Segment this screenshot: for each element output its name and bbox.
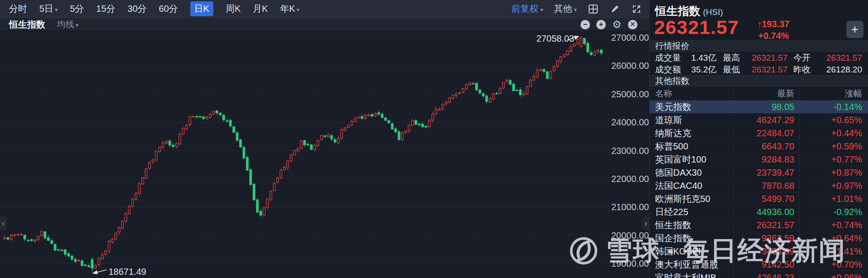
candle-body — [368, 115, 370, 116]
price-change-pct: +0.74% — [758, 31, 789, 41]
ma-overlay-dropdown[interactable]: 均线▾ — [57, 19, 79, 30]
candle-body — [246, 158, 249, 170]
period-tab-日K[interactable]: 日K — [190, 1, 213, 16]
collapse-left-handle[interactable]: ‹ — [0, 216, 7, 230]
adjust-dropdown[interactable]: 前复权▾ — [511, 3, 543, 15]
candle-body — [104, 251, 107, 254]
candle-body — [405, 131, 407, 133]
index-row-标普500[interactable]: 标普5006643.70+0.59% — [650, 140, 868, 153]
candle-body — [189, 117, 191, 125]
index-name: 澳大利亚普通股 — [655, 258, 718, 271]
index-row-富时意大利MIB[interactable]: 富时意大利MIB42646.23+0.96% — [650, 271, 868, 278]
candle-body — [243, 148, 245, 158]
candle-body — [155, 151, 157, 160]
candle-body — [64, 249, 66, 254]
candle-body — [256, 200, 259, 212]
period-tab-15分[interactable]: 15分 — [96, 3, 115, 15]
candle-body — [330, 135, 333, 139]
index-last: 98.05 — [772, 101, 794, 114]
index-row-欧洲斯托克50[interactable]: 欧洲斯托克505499.70+1.01% — [650, 192, 868, 206]
candle-body — [513, 84, 515, 91]
period-tab-周K[interactable]: 周K — [226, 3, 241, 15]
index-row-纳斯达克[interactable]: 纳斯达克22484.07+0.44% — [650, 127, 868, 140]
index-row-美元指数[interactable]: 美元指数98.05-0.14% — [650, 101, 868, 114]
period-tab-5日[interactable]: 5日▾ — [39, 3, 58, 15]
zoom-in-icon[interactable]: + — [596, 20, 606, 29]
candlestick-chart[interactable]: 27000.0026000.0025000.0024000.0023000.00… — [0, 30, 649, 278]
app-window: 分时5日▾5分15分30分60分日K周K月K年K▾ 前复权▾ 其他▾ 恒生指数 … — [0, 0, 868, 278]
index-row-法国CAC40[interactable]: 法国CAC407870.68+0.97% — [650, 179, 868, 192]
candle-body — [108, 241, 110, 252]
candle-body — [85, 265, 87, 266]
index-change: +0.97% — [831, 179, 862, 192]
candle-body — [428, 120, 430, 127]
index-name: 标普500 — [655, 140, 688, 153]
y-axis-label: 22000.00 — [611, 174, 649, 184]
index-name: 法国CAC40 — [655, 179, 702, 192]
candle-body — [34, 240, 36, 241]
candle-body — [132, 199, 134, 206]
layout-grid-icon[interactable] — [588, 4, 599, 14]
candle-body — [199, 116, 201, 117]
period-tab-年K[interactable]: 年K▾ — [280, 3, 300, 15]
candle-body — [293, 150, 296, 155]
index-change: -0.14% — [834, 101, 862, 114]
candle-body — [321, 135, 323, 140]
index-last: 7870.68 — [762, 179, 794, 192]
candle-body — [553, 67, 555, 71]
period-tab-30分[interactable]: 30分 — [127, 3, 146, 15]
period-tab-5分[interactable]: 5分 — [70, 3, 84, 15]
add-watchlist-button[interactable]: + — [846, 21, 863, 38]
candle-body — [594, 52, 596, 56]
close-icon[interactable]: ✕ — [628, 20, 637, 29]
candle-body — [118, 228, 120, 232]
candle-body — [253, 184, 255, 200]
draw-brush-icon[interactable] — [609, 4, 620, 14]
index-row-德国DAX30[interactable]: 德国DAX3023739.47+0.87% — [650, 166, 868, 179]
index-row-道琼斯[interactable]: 道琼斯46247.29+0.65% — [650, 114, 868, 127]
period-tab-月K[interactable]: 月K — [253, 3, 268, 15]
candle-body — [509, 80, 511, 84]
candle-body — [570, 46, 572, 51]
zoom-out-icon[interactable]: − — [580, 20, 590, 29]
index-row-英国富时100[interactable]: 英国富时1009284.83+0.77% — [650, 153, 868, 166]
candle-body — [209, 114, 212, 117]
index-change: +0.74% — [831, 219, 862, 232]
gear-icon[interactable]: ⚙ — [612, 20, 622, 29]
candle-body — [600, 50, 603, 53]
candle-body — [185, 125, 188, 129]
index-name: 英国富时100 — [655, 153, 706, 166]
col-header-last: 最新 — [777, 87, 794, 101]
index-row-韩国KOSPI[interactable]: 韩国KOSPI3433.69+1.41% — [650, 245, 868, 258]
collapse-right-handle[interactable]: › — [642, 216, 649, 230]
index-row-澳大利亚普通股[interactable]: 澳大利亚普通股9142.50+0.70% — [650, 258, 868, 271]
other-dropdown[interactable]: 其他▾ — [554, 3, 577, 15]
candle-body — [445, 102, 448, 104]
candle-body — [98, 259, 100, 265]
candle-body — [496, 93, 498, 94]
price-change: ↑193.37 — [757, 19, 789, 29]
fullscreen-icon[interactable] — [631, 4, 642, 14]
candle-body — [135, 193, 137, 199]
candle-body — [364, 115, 367, 119]
candle-body — [458, 93, 461, 94]
candle-body — [283, 167, 286, 169]
candle-body — [310, 145, 312, 149]
index-row-国企指数[interactable]: 国企指数9363.59+0.64% — [650, 232, 868, 245]
candle-body — [172, 145, 175, 146]
chevron-down-icon: ▾ — [75, 22, 79, 29]
index-change: +0.64% — [831, 232, 862, 245]
y-axis-label: 23000.00 — [611, 146, 649, 156]
period-tab-60分[interactable]: 60分 — [159, 3, 178, 15]
index-row-恒生指数[interactable]: 恒生指数26321.57+0.74% — [650, 219, 868, 232]
candle-body — [576, 39, 579, 44]
candle-body — [587, 43, 589, 52]
index-last: 5499.70 — [762, 192, 794, 206]
period-tab-分时[interactable]: 分时 — [9, 3, 27, 15]
index-change: -0.92% — [834, 206, 862, 219]
index-row-日经225[interactable]: 日经22544936.00-0.92% — [650, 206, 868, 219]
candle-body — [408, 125, 410, 131]
candle-body — [203, 117, 205, 119]
index-name: 国企指数 — [655, 232, 691, 245]
y-axis-label: 25000.00 — [611, 89, 649, 99]
